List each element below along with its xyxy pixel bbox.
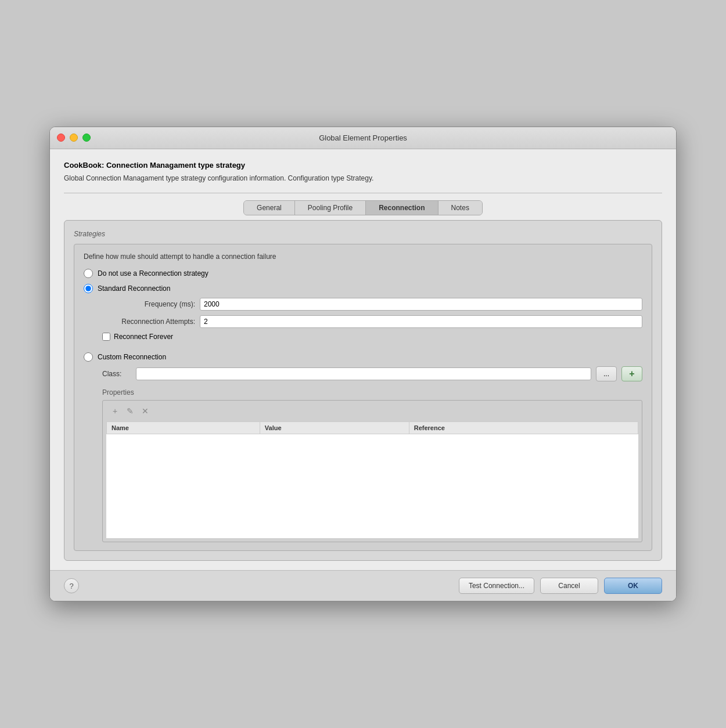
- traffic-lights: [57, 134, 91, 142]
- tab-notes[interactable]: Notes: [439, 201, 482, 215]
- class-label: Class:: [102, 370, 131, 378]
- minimize-button[interactable]: [70, 134, 78, 142]
- properties-box: + ✎ ✕ Name Value Reference: [102, 400, 642, 543]
- reconnect-forever-checkbox[interactable]: [102, 333, 110, 341]
- prop-add-button[interactable]: +: [109, 405, 121, 417]
- radio-custom-input[interactable]: [84, 352, 93, 362]
- properties-table: Name Value Reference: [106, 421, 638, 539]
- footer: ? Test Connection... Cancel OK: [50, 570, 676, 601]
- class-row: Class: ... +: [102, 366, 642, 381]
- properties-section: Properties + ✎ ✕ Name Value: [102, 388, 642, 543]
- prop-delete-button[interactable]: ✕: [139, 405, 152, 417]
- reconnect-forever-label: Reconnect Forever: [114, 333, 173, 341]
- radio-standard-label: Standard Reconnection: [98, 284, 170, 293]
- empty-row: [107, 434, 638, 538]
- strategies-section-label: Strategies: [74, 230, 652, 238]
- help-button[interactable]: ?: [64, 578, 79, 593]
- properties-toolbar: + ✎ ✕: [106, 404, 638, 418]
- col-name: Name: [107, 421, 260, 434]
- content-area: CookBook: Connection Managament type str…: [50, 149, 676, 571]
- main-panel: Strategies Define how mule should attemp…: [64, 220, 662, 561]
- separator: [64, 193, 662, 193]
- cancel-button[interactable]: Cancel: [540, 578, 598, 594]
- prop-edit-button[interactable]: ✎: [124, 405, 136, 417]
- spacer: [84, 341, 642, 347]
- radio-custom-label: Custom Reconnection: [98, 353, 166, 361]
- radio-none-input[interactable]: [84, 269, 93, 278]
- add-class-button[interactable]: +: [621, 366, 642, 381]
- radio-none-label: Do not use a Reconnection strategy: [98, 269, 209, 277]
- col-reference: Reference: [409, 421, 638, 434]
- radio-standard[interactable]: Standard Reconnection: [84, 284, 642, 293]
- reconnection-attempts-row: Reconnection Attempts:: [102, 315, 642, 328]
- tab-bar: General Pooling Profile Reconnection Not…: [243, 200, 483, 215]
- titlebar: Global Element Properties: [50, 127, 676, 149]
- reconnection-attempts-label: Reconnection Attempts:: [102, 318, 195, 326]
- close-button[interactable]: [57, 134, 65, 142]
- tab-reconnection[interactable]: Reconnection: [366, 201, 438, 215]
- tab-general[interactable]: General: [244, 201, 295, 215]
- header-description: Global Connection Managament type strate…: [64, 173, 662, 183]
- footer-buttons: Test Connection... Cancel OK: [459, 578, 662, 594]
- radio-custom[interactable]: Custom Reconnection: [84, 352, 642, 362]
- frequency-label: Frequency (ms):: [102, 300, 195, 308]
- header-title: CookBook: Connection Managament type str…: [64, 161, 662, 170]
- radio-none[interactable]: Do not use a Reconnection strategy: [84, 269, 642, 278]
- properties-label: Properties: [102, 388, 642, 397]
- header-section: CookBook: Connection Managament type str…: [64, 161, 662, 183]
- radio-standard-input[interactable]: [84, 284, 93, 293]
- main-window: Global Element Properties CookBook: Conn…: [49, 127, 677, 602]
- tabs-container: General Pooling Profile Reconnection Not…: [64, 200, 662, 215]
- test-connection-button[interactable]: Test Connection...: [459, 578, 534, 594]
- col-value: Value: [260, 421, 409, 434]
- frequency-row: Frequency (ms):: [102, 298, 642, 311]
- standard-suboptions: Frequency (ms): Reconnection Attempts: R…: [102, 298, 642, 341]
- window-title: Global Element Properties: [319, 134, 407, 142]
- strategies-box: Define how mule should attempt to handle…: [74, 244, 652, 552]
- frequency-input[interactable]: [200, 298, 642, 311]
- reconnect-forever-row: Reconnect Forever: [102, 333, 642, 341]
- ok-button[interactable]: OK: [604, 578, 662, 594]
- browse-button[interactable]: ...: [596, 366, 617, 381]
- strategies-description: Define how mule should attempt to handle…: [84, 253, 642, 261]
- tab-pooling[interactable]: Pooling Profile: [295, 201, 366, 215]
- class-input[interactable]: [136, 367, 591, 380]
- maximize-button[interactable]: [82, 134, 91, 142]
- reconnection-attempts-input[interactable]: [200, 315, 642, 328]
